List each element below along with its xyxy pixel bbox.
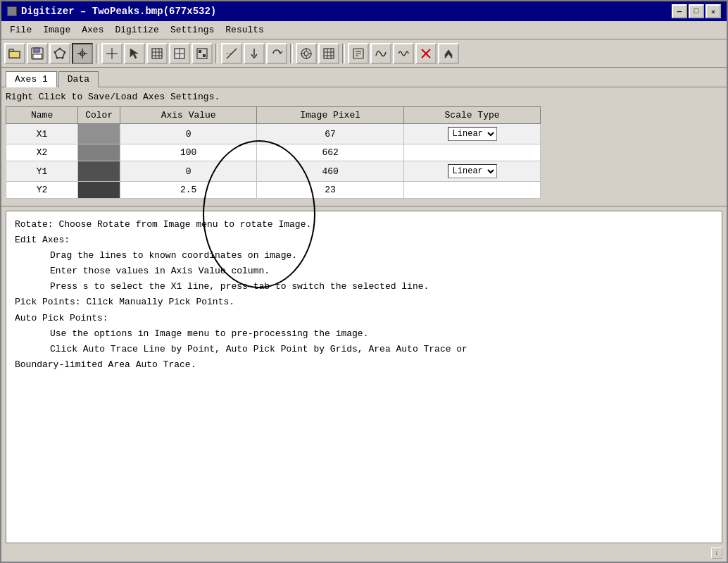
arrow-up-btn[interactable] <box>438 43 459 64</box>
svg-marker-17 <box>130 49 138 58</box>
wave-btn[interactable] <box>370 43 391 64</box>
color-swatch <box>78 182 120 199</box>
svg-rect-38 <box>324 49 334 58</box>
col-color: Color <box>78 107 120 124</box>
table-row: Y1 0 460 Linear Log <box>6 161 541 182</box>
title-buttons: — □ ✕ <box>672 4 721 18</box>
row-name: X1 <box>6 124 78 144</box>
scale-type-cell <box>404 182 541 199</box>
svg-point-7 <box>59 47 61 49</box>
instruction-line: Use the options in Image menu to pre-pro… <box>15 326 713 342</box>
svg-rect-28 <box>203 54 206 57</box>
table-row: Y2 2.5 23 <box>6 182 541 199</box>
open-folder-btn[interactable] <box>4 43 25 64</box>
instruction-line: Auto Pick Points: <box>15 311 713 326</box>
window-icon <box>7 6 17 16</box>
svg-rect-18 <box>152 49 162 58</box>
calc-btn[interactable] <box>348 43 369 64</box>
grid2-btn[interactable] <box>169 43 190 64</box>
down-btn[interactable] <box>244 43 265 64</box>
col-axis-value: Axis Value <box>120 107 257 124</box>
grid3-btn[interactable] <box>318 43 339 64</box>
axis-value-cell[interactable]: 0 <box>120 161 257 182</box>
color-swatch <box>78 161 120 182</box>
line-btn[interactable] <box>221 43 242 64</box>
tab-data[interactable]: Data <box>58 71 99 87</box>
scale-type-cell: Linear Log <box>404 161 541 182</box>
instruction-line: Press s to select the X1 line, press tab… <box>15 279 713 295</box>
title-bar: Digitizer – TwoPeaks.bmp(677x532) — □ ✕ <box>1 1 727 21</box>
scrollbar-area: ↓ <box>1 547 727 562</box>
menu-results[interactable]: Results <box>220 23 270 37</box>
close-tool-btn[interactable] <box>415 43 437 64</box>
color-swatch <box>78 124 120 144</box>
toolbar-sep-2 <box>215 44 218 63</box>
svg-rect-27 <box>199 50 201 53</box>
svg-rect-4 <box>34 48 39 52</box>
instruction-line: Drag the lines to known coordinates on i… <box>15 248 713 264</box>
image-pixel-cell: 67 <box>257 124 404 144</box>
main-content: Right Click to Save/Load Axes Settings. … <box>1 87 727 562</box>
svg-point-33 <box>304 51 308 56</box>
cursor-btn[interactable] <box>124 43 145 64</box>
scale-btn[interactable] <box>192 43 213 64</box>
menu-digitize[interactable]: Digitize <box>109 23 164 37</box>
menu-settings[interactable]: Settings <box>165 23 220 37</box>
menu-image[interactable]: Image <box>37 23 76 37</box>
instruction-line: Click Auto Trace Line by Point, Auto Pic… <box>15 342 713 357</box>
axis-value-cell[interactable]: 0 <box>120 124 257 144</box>
minimize-button[interactable]: — <box>672 4 687 18</box>
title-bar-left: Digitizer – TwoPeaks.bmp(677x532) <box>7 6 216 17</box>
toolbar-sep-4 <box>342 44 345 63</box>
col-name: Name <box>6 107 78 124</box>
toolbar-sep-1 <box>96 44 99 63</box>
loop-btn[interactable] <box>266 43 287 64</box>
instruction-line: Edit Axes: <box>15 233 713 248</box>
main-window: Digitizer – TwoPeaks.bmp(677x532) — □ ✕ … <box>0 0 728 563</box>
grid-btn[interactable] <box>146 43 168 64</box>
tab-axes1[interactable]: Axes 1 <box>6 71 57 87</box>
axis-value-cell[interactable]: 2.5 <box>120 182 257 199</box>
svg-point-11 <box>54 51 56 53</box>
toolbar <box>1 39 727 68</box>
instructions-panel: Rotate: Choose Rotate from Image menu to… <box>6 211 722 543</box>
tabs-area: Axes 1 Data <box>1 68 727 87</box>
instruction-line: Pick Points: Click Manually Pick Points. <box>15 295 713 310</box>
axes-hint: Right Click to Save/Load Axes Settings. <box>6 92 722 102</box>
scale-type-cell: Linear Log <box>404 124 541 144</box>
window-title: Digitizer – TwoPeaks.bmp(677x532) <box>21 6 216 17</box>
svg-point-9 <box>62 56 64 58</box>
menu-axes[interactable]: Axes <box>76 23 109 37</box>
row-name: Y2 <box>6 182 78 199</box>
col-scale-type: Scale Type <box>404 107 541 124</box>
scale-type-cell <box>404 144 541 161</box>
wave2-btn[interactable] <box>393 43 414 64</box>
close-window-button[interactable]: ✕ <box>705 4 721 18</box>
axes-table: Name Color Axis Value Image Pixel Scale … <box>6 106 541 199</box>
image-pixel-cell: 662 <box>257 144 404 161</box>
scale-type-select-x1[interactable]: Linear Log <box>448 127 497 141</box>
image-pixel-cell: 460 <box>257 161 404 182</box>
polygon-btn[interactable] <box>49 43 70 64</box>
axis-value-cell[interactable]: 100 <box>120 144 257 161</box>
restore-button[interactable]: □ <box>689 4 704 18</box>
axis-btn[interactable] <box>72 43 93 64</box>
menu-bar: File Image Axes Digitize Settings Result… <box>1 21 727 39</box>
target-btn[interactable] <box>296 43 317 64</box>
table-row: X2 100 662 <box>6 144 541 161</box>
instruction-line: Enter those values in Axis Value column. <box>15 264 713 279</box>
crosshair-btn[interactable] <box>101 43 123 64</box>
col-image-pixel: Image Pixel <box>257 107 404 124</box>
table-row: X1 0 67 Linear Log <box>6 124 541 144</box>
svg-rect-2 <box>9 51 20 58</box>
row-name: X2 <box>6 144 78 161</box>
axes-panel: Right Click to Save/Load Axes Settings. … <box>1 87 727 206</box>
menu-file[interactable]: File <box>4 23 37 37</box>
svg-point-10 <box>56 56 58 58</box>
row-name: Y1 <box>6 161 78 182</box>
toolbar-sep-3 <box>290 44 293 63</box>
scale-type-select-y1[interactable]: Linear Log <box>448 164 497 178</box>
scroll-down-button[interactable]: ↓ <box>711 547 722 559</box>
save-btn[interactable] <box>27 43 48 64</box>
svg-marker-6 <box>55 49 65 58</box>
